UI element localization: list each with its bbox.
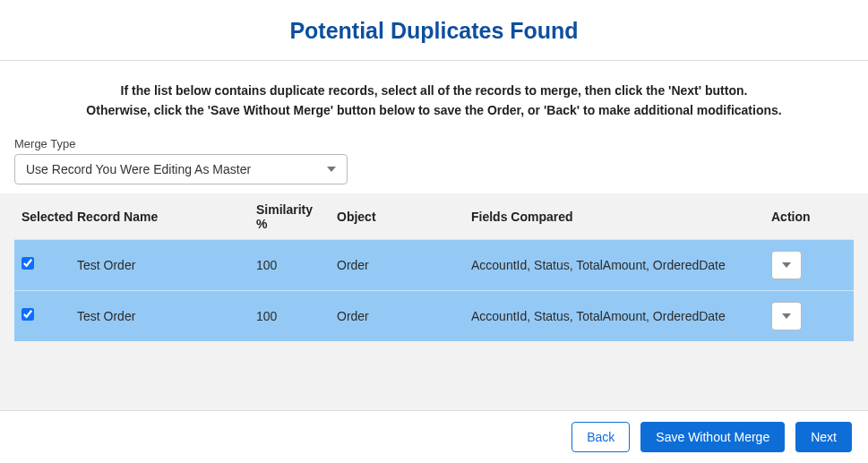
svg-marker-0: [327, 167, 336, 172]
cell-record-name: Test Order: [70, 290, 249, 341]
duplicates-table: Selected Record Name Similarity % Object…: [14, 193, 854, 341]
merge-type-selected-value: Use Record You Were Editing As Master: [26, 162, 251, 176]
chevron-down-icon: [782, 258, 791, 272]
col-header-record-name[interactable]: Record Name: [70, 193, 249, 240]
row-action-menu[interactable]: [771, 302, 802, 330]
row-select-checkbox[interactable]: [21, 308, 34, 321]
footer: Back Save Without Merge Next: [0, 410, 868, 463]
table-row[interactable]: Test Order 100 Order AccountId, Status, …: [14, 239, 854, 290]
instructions-line-1: If the list below contains duplicate rec…: [36, 81, 832, 100]
page-title: Potential Duplicates Found: [0, 0, 868, 60]
merge-type-select[interactable]: Use Record You Were Editing As Master: [14, 154, 348, 184]
svg-marker-2: [782, 313, 791, 319]
cell-record-name: Test Order: [70, 239, 249, 290]
cell-similarity: 100: [249, 290, 330, 341]
cell-fields-compared: AccountId, Status, TotalAmount, OrderedD…: [464, 239, 764, 290]
cell-similarity: 100: [249, 239, 330, 290]
chevron-down-icon: [327, 162, 336, 176]
cell-fields-compared: AccountId, Status, TotalAmount, OrderedD…: [464, 290, 764, 341]
cell-object: Order: [330, 239, 464, 290]
chevron-down-icon: [782, 309, 791, 323]
instructions-line-2: Otherwise, click the 'Save Without Merge…: [36, 100, 832, 120]
svg-marker-1: [782, 262, 791, 268]
col-header-object[interactable]: Object: [330, 193, 464, 240]
back-button[interactable]: Back: [572, 422, 630, 452]
table-row[interactable]: Test Order 100 Order AccountId, Status, …: [14, 290, 854, 341]
merge-type-label: Merge Type: [14, 137, 854, 150]
col-header-similarity[interactable]: Similarity %: [249, 193, 330, 240]
col-header-fields-compared[interactable]: Fields Compared: [464, 193, 764, 240]
col-header-action[interactable]: Action: [764, 193, 854, 240]
cell-object: Order: [330, 290, 464, 341]
col-header-selected[interactable]: Selected: [14, 193, 70, 240]
row-action-menu[interactable]: [771, 251, 802, 279]
save-without-merge-button[interactable]: Save Without Merge: [640, 422, 785, 452]
next-button[interactable]: Next: [795, 422, 852, 452]
instructions: If the list below contains duplicate rec…: [0, 61, 868, 137]
row-select-checkbox[interactable]: [21, 257, 34, 270]
